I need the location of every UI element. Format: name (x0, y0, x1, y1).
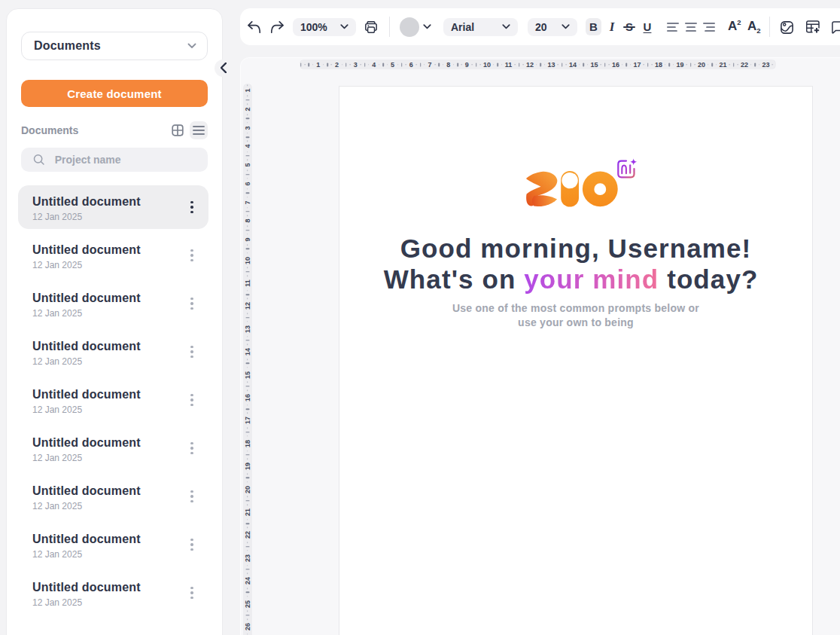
align-center-button[interactable] (685, 23, 697, 32)
greeting-highlight: your mind (524, 264, 659, 294)
text-color-swatch[interactable] (400, 17, 419, 37)
insert-image-button[interactable] (781, 21, 793, 34)
font-size-value: 20 (535, 21, 547, 33)
chevron-down-icon (340, 24, 348, 29)
font-family-select[interactable]: Arial (443, 18, 518, 36)
toolbar-divider (389, 17, 390, 37)
create-document-button[interactable]: Create document (21, 80, 208, 107)
zio-logo (523, 152, 642, 212)
print-button[interactable] (365, 8, 377, 45)
insert-image-icon (781, 21, 793, 34)
badge-letter-a (622, 166, 626, 174)
strikethrough-button[interactable]: S (623, 18, 635, 35)
align-center-icon (685, 23, 697, 32)
subtitle-line2: use your own to being (339, 317, 813, 328)
document-options-button[interactable] (187, 294, 197, 313)
logo-o (583, 171, 618, 206)
italic-label: I (610, 20, 615, 35)
document-date: 12 Jan 2025 (32, 260, 82, 270)
document-title: Untitled document (32, 436, 141, 450)
document-list-item[interactable]: Untitled document 12 Jan 2025 (18, 523, 208, 566)
grid-view-button[interactable] (169, 121, 187, 139)
align-right-button[interactable] (703, 23, 715, 32)
document-title: Untitled document (32, 388, 141, 401)
document-options-button[interactable] (187, 535, 197, 554)
greeting-line2-suffix: today? (659, 264, 758, 294)
redo-icon (271, 21, 284, 33)
greeting-line2: What's on your mind today? (334, 266, 808, 292)
document-title: Untitled document (32, 292, 141, 305)
insert-table-button[interactable] (806, 20, 820, 33)
logo-i-dot (562, 172, 577, 188)
document-title: Untitled document (32, 581, 141, 594)
document-date: 12 Jan 2025 (32, 597, 82, 608)
vertical-ruler: 1234567891011121314151617181920212223242… (244, 84, 251, 635)
italic-button[interactable]: I (607, 18, 617, 35)
document-date: 12 Jan 2025 (32, 308, 82, 319)
document-options-button[interactable] (187, 487, 197, 506)
insert-table-icon (806, 20, 820, 33)
search-icon (33, 153, 45, 166)
documents-list: Untitled document 12 Jan 2025 Untitled d… (18, 185, 208, 619)
document-list-item[interactable]: Untitled document 12 Jan 2025 (18, 378, 208, 422)
align-right-icon (703, 23, 715, 32)
comment-icon (832, 21, 840, 34)
chevron-down-icon (423, 24, 431, 29)
print-icon (365, 21, 377, 33)
align-left-icon (667, 23, 679, 32)
superscript-label: A (728, 19, 737, 34)
subscript-button[interactable]: A2 (747, 17, 761, 35)
document-date: 12 Jan 2025 (32, 212, 82, 222)
subscript-label: A (747, 19, 756, 34)
document-list-item[interactable]: Untitled document 12 Jan 2025 (18, 282, 208, 325)
search-input[interactable] (55, 154, 200, 166)
chevron-left-icon (221, 63, 227, 73)
bold-button[interactable]: B (586, 18, 601, 35)
grid-view-icon (172, 124, 184, 136)
toolbar: 100% Arial 20 B I S U (240, 8, 840, 45)
list-view-button[interactable] (190, 121, 208, 139)
document-date: 12 Jan 2025 (32, 549, 82, 560)
comment-button[interactable] (832, 21, 840, 34)
greeting-line1: Good morning, Username! (339, 235, 813, 261)
zoom-select[interactable]: 100% (293, 18, 356, 36)
text-color-dropdown[interactable] (423, 8, 431, 45)
redo-button[interactable] (271, 8, 284, 45)
documents-section-header: Documents (21, 121, 208, 139)
superscript-button[interactable]: A2 (728, 17, 741, 35)
document-title: Untitled document (32, 195, 141, 209)
document-options-button[interactable] (187, 390, 197, 410)
chevron-down-icon (502, 24, 510, 29)
document-list-item[interactable]: Untitled document 12 Jan 2025 (18, 185, 208, 229)
document-date: 12 Jan 2025 (32, 356, 82, 367)
sparkle-icon (630, 158, 637, 165)
subtitle-line1: Use one of the most common prompts below… (339, 303, 813, 313)
font-size-select[interactable]: 20 (528, 18, 577, 36)
underline-button[interactable]: U (641, 18, 653, 35)
document-title: Untitled document (32, 533, 141, 546)
document-options-button[interactable] (187, 246, 197, 265)
document-options-button[interactable] (187, 438, 197, 458)
subscript-sub: 2 (756, 26, 760, 35)
horizontal-ruler: 1234567891011121314151617181920212223 (300, 60, 775, 69)
document-date: 12 Jan 2025 (32, 453, 82, 463)
undo-icon (248, 21, 260, 33)
document-title: Untitled document (32, 484, 141, 498)
document-list-item[interactable]: Untitled document 12 Jan 2025 (18, 475, 208, 518)
document-date: 12 Jan 2025 (32, 405, 82, 415)
document-options-button[interactable] (187, 583, 197, 603)
document-list-item[interactable]: Untitled document 12 Jan 2025 (18, 571, 208, 615)
toolbar-divider (769, 17, 770, 37)
logo-z-leaf (532, 195, 557, 206)
superscript-sup: 2 (737, 18, 741, 26)
document-list-item[interactable]: Untitled document 12 Jan 2025 (18, 330, 208, 374)
align-left-button[interactable] (667, 23, 679, 32)
document-list-item[interactable]: Untitled document 12 Jan 2025 (18, 234, 208, 277)
document-list-item[interactable]: Untitled document 12 Jan 2025 (18, 426, 208, 470)
sidebar-collapse-button[interactable] (215, 60, 232, 77)
document-options-button[interactable] (187, 342, 197, 362)
documents-selector[interactable]: Documents (21, 32, 208, 60)
undo-button[interactable] (248, 8, 260, 45)
document-options-button[interactable] (187, 197, 197, 217)
document-title: Untitled document (32, 340, 141, 353)
